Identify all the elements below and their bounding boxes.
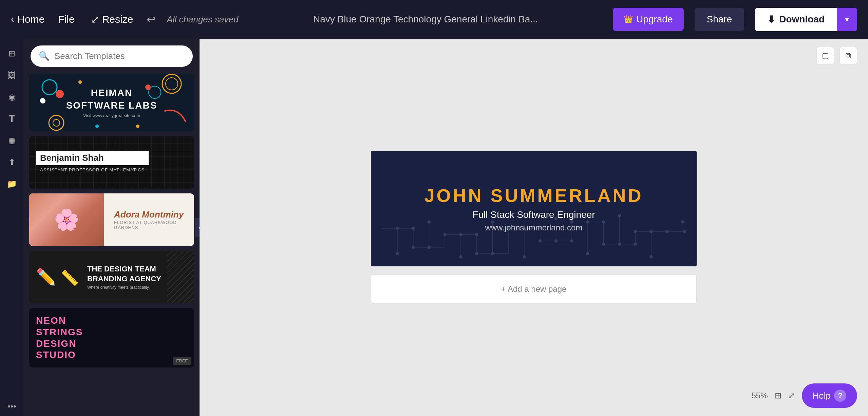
pencil-icon: ✏️: [36, 268, 56, 287]
question-mark-icon: ?: [834, 390, 846, 402]
card-name: JOHN SUMMERLAND: [424, 185, 643, 206]
sidebar-btn-shapes[interactable]: ◉: [2, 88, 21, 107]
sidebar-btn-grid[interactable]: ⊞: [2, 44, 21, 63]
upgrade-button[interactable]: 👑 Upgrade: [613, 8, 683, 31]
file-label: File: [58, 14, 74, 25]
crown-icon: 👑: [624, 15, 633, 24]
download-button[interactable]: ⬇ Download: [755, 8, 837, 31]
saved-status: All changes saved: [167, 14, 238, 25]
search-bar: 🔍: [31, 45, 193, 67]
resize-icon: ⤢: [91, 14, 99, 25]
search-input[interactable]: [54, 51, 185, 61]
sidebar-btn-folder[interactable]: 📁: [2, 174, 21, 193]
template-panel: 🔍: [24, 39, 200, 416]
sidebar-btn-image[interactable]: 🖼: [2, 66, 21, 85]
share-label: Share: [707, 14, 732, 24]
template-card-adora[interactable]: 🌸 Adora Montminy FLORIST AT QUARKWOOD GA…: [29, 193, 194, 246]
svg-point-0: [162, 74, 181, 93]
tcard4-title: THE DESIGN TEAMBRANDING AGENCY: [87, 264, 161, 284]
tcard3-role: FLORIST AT QUARKWOOD GARDENS: [114, 220, 187, 230]
card-content: JOHN SUMMERLAND Full Stack Software Engi…: [371, 151, 697, 266]
icon-sidebar: ⊞ 🖼 ◉ T ▦ ⬆ 📁 •••: [0, 39, 24, 416]
tcard3-floral: 🌸: [29, 193, 104, 246]
collapse-handle[interactable]: ‹: [195, 218, 200, 237]
eraser-icon: 📏: [60, 269, 79, 287]
add-page-label: + Add a new page: [501, 284, 567, 294]
topbar: ‹ Home File ⤢ Resize ↩ All changes saved…: [0, 0, 868, 39]
canvas-card[interactable]: JOHN SUMMERLAND Full Stack Software Engi…: [371, 151, 697, 266]
svg-point-7: [49, 115, 64, 130]
svg-point-4: [42, 80, 57, 95]
tcard3-name: Adora Montminy: [114, 209, 187, 220]
svg-point-6: [40, 98, 45, 103]
search-icon: 🔍: [39, 51, 50, 61]
canvas-area: ▢ ⧉: [200, 39, 868, 416]
tcard5-title: NEONSTRINGSDESIGNSTUDIO: [36, 315, 83, 360]
undo-button[interactable]: ↩: [147, 13, 156, 26]
download-label: Download: [779, 14, 825, 25]
resize-label: Resize: [102, 14, 133, 25]
home-label: Home: [17, 14, 44, 25]
canvas-top-icons: ▢ ⧉: [816, 47, 857, 64]
card-title: Full Stack Software Engineer: [472, 209, 595, 220]
tcard4-sub: Where creativity meets practicality.: [87, 285, 161, 290]
chevron-left-icon: ‹: [11, 14, 14, 25]
download-caret-button[interactable]: ▾: [837, 8, 857, 31]
resize-button[interactable]: ⤢ Resize: [88, 14, 136, 25]
duplicate-icon[interactable]: ⧉: [839, 47, 857, 64]
home-button[interactable]: ‹ Home: [11, 14, 44, 25]
search-bar-container: 🔍: [24, 39, 200, 71]
svg-point-5: [56, 90, 64, 98]
sidebar-btn-text[interactable]: T: [2, 109, 21, 128]
upgrade-label: Upgrade: [636, 14, 673, 25]
template-card-benjamin[interactable]: Benjamin Shah ASSISTANT PROFESSOR OF MAT…: [29, 136, 194, 189]
svg-point-1: [166, 78, 178, 90]
tcard1-title: HEIMANSOFTWARE LABS: [66, 87, 157, 112]
template-card-design-team[interactable]: ✏️ 📏 THE DESIGN TEAMBRANDING AGENCY Wher…: [29, 251, 194, 303]
help-button[interactable]: Help ?: [802, 383, 857, 408]
document-title: Navy Blue Orange Technology General Link…: [249, 14, 602, 25]
template-card-heiman[interactable]: HEIMANSOFTWARE LABS Visit www.reallygrea…: [29, 74, 194, 131]
zoom-level: 55%: [751, 391, 768, 400]
tcard2-role: ASSISTANT PROFESSOR OF MATHEMATICS: [36, 165, 149, 174]
bottom-bar: 55% ⊞ ⤢ Help ?: [751, 383, 857, 408]
tcard2-name: Benjamin Shah: [36, 151, 149, 165]
download-icon: ⬇: [767, 14, 775, 25]
add-page-button[interactable]: + Add a new page: [371, 275, 697, 304]
card-url: www.johnsummerland.com: [485, 223, 583, 232]
grid-view-button[interactable]: ⊞: [775, 391, 781, 400]
main-layout: ⊞ 🖼 ◉ T ▦ ⬆ 📁 ••• 🔍: [0, 39, 868, 416]
help-label: Help: [813, 391, 831, 401]
sidebar-btn-pattern[interactable]: ▦: [2, 131, 21, 150]
tcard1-sub: Visit www.reallygreatsite.com: [66, 113, 157, 118]
svg-point-9: [78, 80, 82, 84]
svg-point-8: [53, 119, 60, 126]
svg-point-10: [136, 125, 139, 128]
share-button[interactable]: Share: [695, 8, 744, 31]
fullscreen-button[interactable]: ⤢: [788, 391, 795, 400]
template-list: HEIMANSOFTWARE LABS Visit www.reallygrea…: [24, 71, 200, 416]
sidebar-btn-upload[interactable]: ⬆: [2, 153, 21, 172]
free-badge: FREE: [173, 357, 191, 365]
frame-icon[interactable]: ▢: [816, 47, 834, 64]
template-card-neon[interactable]: NEONSTRINGSDESIGNSTUDIO FREE: [29, 308, 194, 367]
download-group: ⬇ Download ▾: [755, 8, 857, 31]
file-button[interactable]: File: [55, 14, 77, 25]
svg-point-11: [95, 125, 99, 128]
sidebar-btn-more[interactable]: •••: [2, 397, 21, 416]
